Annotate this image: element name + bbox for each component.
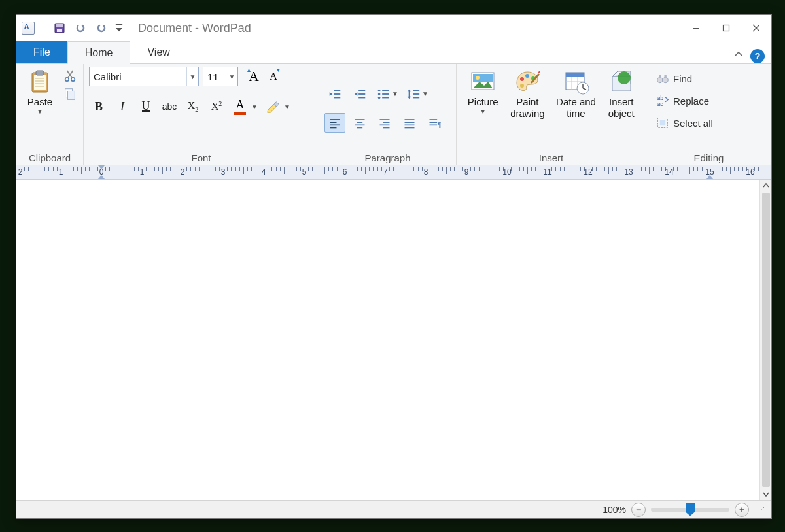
font-name-input[interactable] (90, 67, 186, 86)
svg-point-69 (618, 71, 631, 84)
dropdown-icon[interactable]: ▼ (226, 67, 237, 86)
insert-object-button[interactable]: Insert object (602, 67, 641, 150)
align-left-button[interactable] (324, 113, 345, 133)
bullets-button[interactable]: ▼ (374, 84, 400, 104)
redo-button[interactable] (93, 20, 110, 37)
paste-button[interactable]: Paste ▼ (22, 67, 58, 117)
dropdown-icon: ▼ (480, 108, 486, 115)
svg-text:ac: ac (657, 101, 664, 107)
paste-label: Paste (27, 96, 52, 108)
insert-paint-button[interactable]: Paint drawing (505, 67, 550, 150)
minimize-ribbon-button[interactable] (729, 45, 748, 63)
qat-customize-button[interactable] (114, 20, 124, 37)
zoom-out-button[interactable]: − (631, 503, 646, 517)
svg-point-25 (378, 96, 381, 99)
minimize-button[interactable] (681, 15, 711, 41)
tab-file[interactable]: File (16, 41, 67, 63)
window-title: Document - WordPad (134, 22, 681, 35)
line-spacing-button[interactable]: ▼ (404, 84, 430, 104)
undo-button[interactable] (72, 20, 89, 37)
scroll-up-button[interactable] (760, 180, 772, 191)
underline-button[interactable]: U (136, 97, 156, 116)
scroll-down-button[interactable] (760, 488, 772, 500)
grow-font-button[interactable]: ▴A (245, 67, 263, 86)
decrease-indent-button[interactable] (324, 84, 345, 104)
tab-home[interactable]: Home (67, 41, 131, 64)
status-bar: 100% − + ⋰ (16, 500, 771, 518)
subscript-button[interactable]: X2 (183, 97, 203, 116)
increase-indent-button[interactable] (349, 84, 370, 104)
maximize-button[interactable] (711, 15, 741, 41)
shrink-font-button[interactable]: ▾A (264, 67, 283, 86)
font-size-combo[interactable]: ▼ (203, 67, 238, 86)
scissors-icon (63, 69, 77, 83)
close-icon (752, 24, 760, 32)
undo-icon (75, 22, 86, 34)
font-name-combo[interactable]: ▼ (89, 67, 199, 86)
select-all-button[interactable]: Select all (652, 112, 718, 133)
font-color-button[interactable]: A ▼ (230, 97, 259, 116)
copy-button[interactable] (62, 86, 78, 102)
superscript-button[interactable]: X2 (207, 97, 226, 116)
dropdown-icon[interactable]: ▼ (186, 67, 198, 86)
object-icon (608, 69, 635, 95)
wordpad-window: Document - WordPad File Home View ? (16, 14, 772, 519)
zoom-in-button[interactable]: + (735, 503, 749, 517)
save-button[interactable] (51, 20, 68, 37)
group-clipboard-label: Clipboard (22, 150, 78, 165)
scrollbar-track[interactable] (762, 193, 770, 487)
replace-button[interactable]: abac Replace (652, 90, 714, 111)
select-all-label: Select all (673, 118, 713, 129)
dropdown-icon (114, 22, 124, 34)
close-button[interactable] (741, 15, 771, 41)
paragraph-dialog-button[interactable]: ¶ (424, 113, 445, 133)
insert-picture-button[interactable]: Picture ▼ (462, 67, 504, 150)
align-center-icon (353, 116, 366, 129)
align-center-button[interactable] (349, 113, 370, 133)
help-button[interactable]: ? (750, 49, 765, 63)
svg-rect-77 (660, 120, 665, 125)
justify-button[interactable] (399, 113, 420, 133)
title-bar: Document - WordPad (16, 15, 771, 41)
fontcolor-swatch (234, 112, 246, 115)
ruler[interactable]: 21012345678910111213141516 (16, 165, 771, 180)
replace-label: Replace (673, 95, 709, 107)
highlight-button[interactable]: ▼ (263, 97, 292, 116)
find-label: Find (673, 73, 692, 84)
dec-indent-icon (328, 87, 342, 101)
group-editing: Find abac Replace Select all Editing (646, 64, 771, 165)
bullets-icon (376, 87, 391, 101)
insert-datetime-button[interactable]: Date and time (551, 67, 601, 150)
document-page[interactable] (16, 180, 759, 500)
dropdown-icon: ▼ (37, 108, 43, 115)
chevron-up-icon (733, 49, 744, 59)
italic-button[interactable]: I (113, 97, 132, 116)
find-button[interactable]: Find (652, 68, 697, 89)
svg-point-56 (520, 77, 524, 81)
separator (131, 21, 131, 35)
bold-button[interactable]: B (89, 97, 109, 116)
zoom-slider[interactable] (651, 508, 729, 512)
chevron-up-icon (762, 182, 770, 190)
tab-view[interactable]: View (130, 41, 186, 63)
strikethrough-button[interactable]: abc (160, 97, 179, 116)
cut-button[interactable] (62, 68, 78, 84)
minimize-icon (692, 24, 700, 32)
svg-rect-2 (57, 29, 62, 32)
clipboard-icon (27, 69, 53, 95)
svg-rect-3 (116, 24, 122, 25)
insert-object-label: Insert object (608, 96, 635, 120)
group-paragraph: ▼ ▼ ¶ Paragraph (319, 64, 457, 165)
align-right-icon (378, 116, 391, 129)
zoom-thumb[interactable] (686, 503, 695, 516)
window-controls (681, 15, 771, 41)
svg-text:¶: ¶ (438, 121, 441, 128)
font-size-input[interactable] (203, 67, 226, 86)
svg-point-14 (71, 78, 75, 82)
svg-rect-7 (34, 75, 46, 90)
justify-icon (403, 116, 416, 129)
zoom-percent: 100% (602, 505, 626, 515)
resize-grip[interactable]: ⋰ (758, 506, 765, 513)
vertical-scrollbar[interactable] (759, 180, 771, 500)
align-right-button[interactable] (374, 113, 395, 133)
